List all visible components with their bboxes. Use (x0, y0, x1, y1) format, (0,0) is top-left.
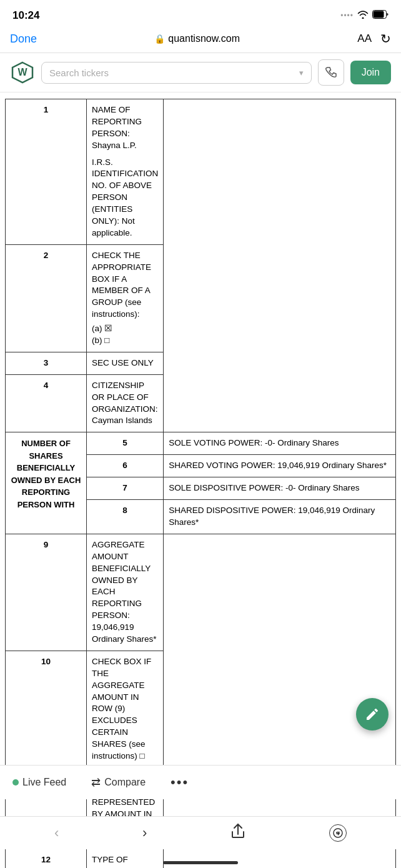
row-number: 1 (6, 99, 87, 245)
compass-button[interactable] (329, 824, 347, 842)
svg-text:W: W (17, 67, 27, 77)
table-row: 9 AGGREGATE AMOUNT BENEFICIALLY OWNED BY… (6, 534, 396, 651)
row-number: 7 (87, 477, 164, 500)
status-time: 10:24 (12, 9, 39, 22)
more-nav[interactable]: ••• (171, 774, 189, 791)
row-text-2: I.R.S. IDENTIFICATION NO. OF ABOVE PERSO… (92, 157, 158, 239)
row-number: 4 (6, 374, 87, 432)
forward-button[interactable]: › (142, 825, 147, 841)
table-row: 12 TYPE OF REPORTING PERSON: PN (6, 849, 396, 868)
row-number: 6 (87, 455, 164, 477)
row-content: TYPE OF REPORTING PERSON: PN (87, 849, 164, 868)
row-content: NAME OF REPORTING PERSON: Shayna L.P. I.… (87, 99, 164, 245)
status-bar: 10:24 •••• (0, 0, 401, 27)
search-placeholder: Search tickers (49, 67, 109, 78)
status-icons: •••• (340, 10, 389, 21)
aa-button[interactable]: AA (357, 32, 372, 45)
url-text: quantisnow.com (168, 33, 240, 44)
row-content: AGGREGATE AMOUNT BENEFICIALLY OWNED BY E… (87, 534, 164, 651)
row-number: 3 (6, 352, 87, 374)
edit-fab[interactable] (356, 698, 389, 731)
row-content: CHECK BOX IF THE AGGREGATE AMOUNT IN ROW… (87, 651, 164, 767)
shares-section-row5: NUMBER OF SHARES BENEFICIALLY OWNED BY E… (6, 432, 396, 455)
document-table: 1 NAME OF REPORTING PERSON: Shayna L.P. … (5, 99, 396, 868)
more-icon: ••• (171, 774, 189, 791)
live-feed-label: Live Feed (22, 777, 66, 788)
row-number: 5 (87, 432, 164, 455)
logo: W (10, 60, 35, 85)
lock-icon: 🔒 (154, 34, 165, 44)
row-content: CITIZENSHIP OR PLACE OF ORGANIZATION: Ca… (87, 374, 164, 432)
refresh-button[interactable]: ↻ (380, 31, 391, 46)
row-number: 12 (6, 849, 87, 868)
browser-actions: AA ↻ (357, 31, 391, 46)
wifi-icon (357, 10, 369, 21)
checkbox-b: (b) □ (92, 335, 158, 347)
browser-bottom-bar: ‹ › (0, 816, 401, 849)
row-content: SOLE DISPOSITIVE POWER: -0- Ordinary Sha… (164, 477, 396, 500)
signal-icon: •••• (340, 11, 354, 20)
row-number: 8 (87, 500, 164, 534)
live-feed-nav[interactable]: Live Feed (12, 777, 66, 788)
document-wrapper: 1 NAME OF REPORTING PERSON: Shayna L.P. … (0, 92, 401, 868)
browser-bar: Done 🔒 quantisnow.com AA ↻ (0, 27, 401, 53)
row-number: 10 (6, 651, 87, 767)
url-bar: 🔒 quantisnow.com (154, 33, 240, 44)
table-row: 2 CHECK THE APPROPRIATE BOX IF A MEMBER … (6, 244, 396, 352)
share-button[interactable] (230, 823, 245, 843)
row-content: SHARED VOTING POWER: 19,046,919 Ordinary… (164, 455, 396, 477)
row-content: CHECK THE APPROPRIATE BOX IF A MEMBER OF… (87, 244, 164, 352)
row-text-1: NAME OF REPORTING PERSON: Shayna L.P. (92, 104, 158, 152)
row-number: 9 (6, 534, 87, 651)
app-header: W Search tickers ▾ Join (0, 53, 401, 92)
table-row: 3 SEC USE ONLY (6, 352, 396, 374)
compare-label: Compare (104, 777, 146, 788)
row-content: SEC USE ONLY (87, 352, 164, 374)
table-row: 4 CITIZENSHIP OR PLACE OF ORGANIZATION: … (6, 374, 396, 432)
done-button[interactable]: Done (10, 32, 37, 46)
chevron-down-icon: ▾ (299, 68, 304, 77)
compare-icon: ⇄ (91, 776, 101, 789)
table-row: 10 CHECK BOX IF THE AGGREGATE AMOUNT IN … (6, 651, 396, 767)
join-button[interactable]: Join (350, 61, 391, 84)
phone-button[interactable] (318, 59, 344, 86)
row-content: SOLE VOTING POWER: -0- Ordinary Shares (164, 432, 396, 455)
checkbox-a: (a) ☒ (92, 323, 158, 335)
row-text-group-header: CHECK THE APPROPRIATE BOX IF A MEMBER OF… (92, 250, 158, 321)
battery-icon (372, 10, 389, 21)
live-dot-icon (12, 779, 19, 786)
home-indicator (163, 861, 238, 864)
row-number: 2 (6, 244, 87, 352)
svg-rect-1 (374, 11, 384, 17)
bottom-nav: Live Feed ⇄ Compare ••• (0, 765, 401, 799)
compare-nav[interactable]: ⇄ Compare (91, 776, 146, 789)
back-button[interactable]: ‹ (54, 825, 59, 841)
row-content: SHARED DISPOSITIVE POWER: 19,046,919 Ord… (164, 500, 396, 534)
search-bar[interactable]: Search tickers ▾ (41, 62, 312, 84)
table-row: 1 NAME OF REPORTING PERSON: Shayna L.P. … (6, 99, 396, 245)
shares-label: NUMBER OF SHARES BENEFICIALLY OWNED BY E… (6, 432, 87, 534)
